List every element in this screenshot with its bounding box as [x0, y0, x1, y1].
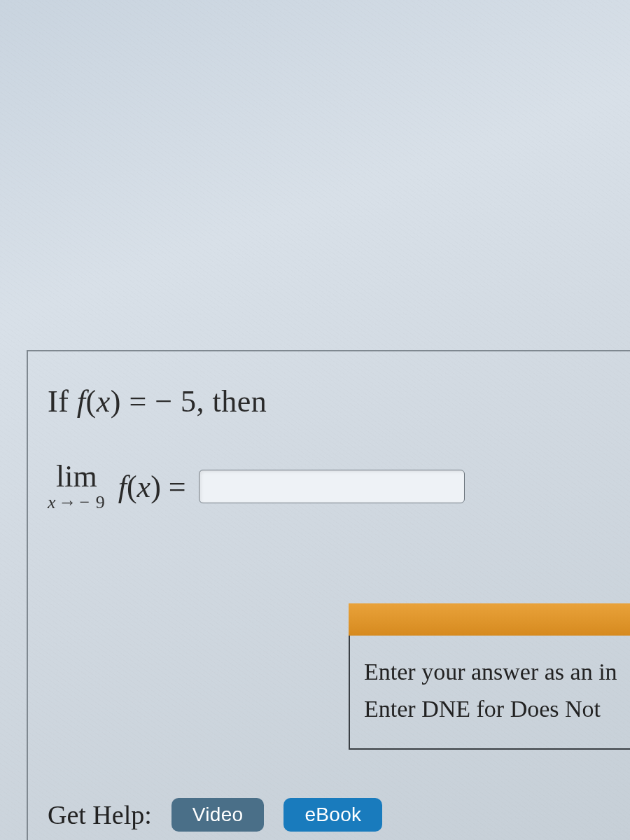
hint-line-2: Enter DNE for Does Not — [364, 691, 630, 728]
lim-subscript: x→− 9 — [48, 493, 106, 512]
hint-body: Enter your answer as an in Enter DNE for… — [349, 636, 630, 750]
close-paren-2: ) — [150, 470, 161, 504]
limit-expression-row: lim x→− 9 f(x) = — [48, 461, 630, 512]
lim-label: lim — [56, 461, 97, 492]
question-card: If f(x) = − 5, then lim x→− 9 f(x) = — [27, 350, 630, 840]
then-text: , then — [197, 384, 267, 419]
lim-target: − 9 — [80, 492, 106, 512]
var-x-2: x — [137, 470, 151, 504]
prompt-prefix: If — [48, 384, 77, 419]
fx-expression: f(x) = — [118, 469, 186, 505]
hint-header-bar — [349, 603, 630, 636]
var-x: x — [97, 384, 111, 419]
arrow-icon: → — [57, 492, 80, 512]
constant-value: − 5 — [155, 384, 196, 419]
lim-var: x — [48, 492, 57, 512]
problem-prompt: If f(x) = − 5, then — [48, 384, 630, 419]
limit-operator: lim x→− 9 — [48, 461, 106, 512]
func-f-2: f — [118, 470, 127, 504]
video-button[interactable]: Video — [172, 798, 265, 832]
get-help-label: Get Help: — [48, 799, 152, 830]
equals-sign-2: = — [169, 470, 186, 504]
get-help-row: Get Help: Video eBook — [48, 798, 382, 832]
hint-line-1: Enter your answer as an in — [364, 654, 630, 691]
open-paren: ( — [86, 384, 97, 419]
func-f: f — [77, 384, 86, 419]
ebook-button[interactable]: eBook — [284, 798, 382, 832]
open-paren-2: ( — [127, 470, 137, 504]
hint-panel: Enter your answer as an in Enter DNE for… — [349, 603, 630, 750]
equals-sign: = — [121, 384, 155, 419]
answer-input[interactable] — [199, 470, 465, 503]
close-paren: ) — [111, 384, 121, 419]
